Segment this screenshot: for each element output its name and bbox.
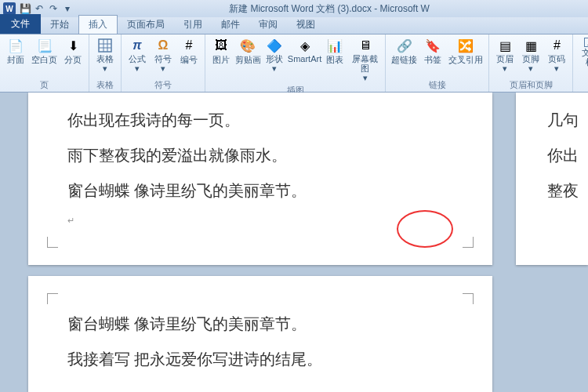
header-icon: ▤: [497, 38, 513, 53]
cover-page-icon: 📄: [8, 38, 24, 53]
group-label-links: 链接: [389, 78, 485, 92]
tab-view[interactable]: 视图: [287, 16, 325, 34]
table-button[interactable]: 表格▾: [93, 36, 118, 74]
save-icon[interactable]: 💾: [19, 2, 31, 15]
hyperlink-icon: 🔗: [397, 38, 412, 53]
page-3[interactable]: 窗台蝴蝶 像诗里纷飞的美丽章节。 我接着写 把永远爱你写进诗的结尾。: [28, 276, 492, 392]
group-text: A文本框▾ A艺 文: [573, 34, 588, 92]
page-2[interactable]: 几句 你出 整夜: [516, 93, 588, 265]
pagenum-button[interactable]: #页码▾: [544, 36, 569, 74]
equation-button[interactable]: π公式▾: [125, 36, 150, 74]
group-label-header-footer: 页眉和页脚: [492, 78, 569, 92]
group-symbols: π公式▾ Ω符号▾ #编号 符号: [122, 34, 205, 92]
doc-text-line[interactable]: 几句: [547, 110, 588, 131]
page-break-icon: ⬇: [65, 38, 81, 53]
number-button[interactable]: #编号: [176, 36, 201, 67]
table-icon: [97, 38, 113, 53]
doc-text-line[interactable]: 我接着写 把永远爱你写进诗的结尾。: [67, 349, 453, 370]
hyperlink-button[interactable]: 🔗超链接: [389, 36, 419, 67]
doc-text-line[interactable]: 整夜: [547, 180, 588, 201]
undo-icon[interactable]: ↶: [33, 2, 45, 15]
margin-corner-icon: [463, 293, 474, 304]
blank-page-button[interactable]: 📃空白页: [29, 36, 60, 67]
cover-page-button[interactable]: 📄封面: [3, 36, 28, 67]
textbox-button[interactable]: A文本框▾: [576, 36, 588, 78]
pagenum-icon: #: [549, 38, 564, 53]
screenshot-icon: 🖥: [358, 38, 373, 53]
quick-access-toolbar: 💾 ↶ ↷ ▾: [19, 2, 74, 15]
smartart-icon: ◈: [297, 38, 313, 53]
group-label-symbols: 符号: [125, 78, 201, 92]
window-title: 新建 Microsoft Word 文档 (3).docx - Microsof…: [74, 2, 585, 16]
page-1[interactable]: 你出现在我诗的每一页。 雨下整夜我的爱溢出就像雨水。 窗台蝴蝶 像诗里纷飞的美丽…: [28, 93, 492, 265]
tab-file[interactable]: 文件: [0, 14, 41, 34]
footer-icon: ▦: [523, 38, 539, 53]
header-button[interactable]: ▤页眉▾: [492, 36, 517, 74]
crossref-icon: 🔀: [458, 38, 474, 53]
group-header-footer: ▤页眉▾ ▦页脚▾ #页码▾ 页眉和页脚: [489, 34, 573, 92]
svg-rect-0: [99, 39, 111, 52]
annotation-circle: [397, 210, 453, 248]
symbol-icon: Ω: [155, 38, 171, 53]
qat-dropdown-icon[interactable]: ▾: [61, 2, 74, 15]
doc-text-line[interactable]: 窗台蝴蝶 像诗里纷飞的美丽章节。: [67, 314, 453, 335]
screenshot-button[interactable]: 🖥屏幕截图▾: [348, 36, 382, 84]
ribbon: 📄封面 📃空白页 ⬇分页 页 表格▾ 表格 π公式▾ Ω符号▾ #编号 符号 🖼…: [0, 34, 588, 93]
shapes-icon: 🔷: [267, 38, 282, 53]
margin-corner-icon: [463, 237, 474, 248]
picture-icon: 🖼: [213, 38, 229, 53]
blank-page-icon: 📃: [37, 38, 53, 53]
document-workspace[interactable]: 你出现在我诗的每一页。 雨下整夜我的爱溢出就像雨水。 窗台蝴蝶 像诗里纷飞的美丽…: [0, 93, 588, 392]
paragraph-mark: ↵: [67, 216, 453, 226]
redo-icon[interactable]: ↷: [47, 2, 60, 15]
equation-icon: π: [129, 38, 145, 53]
ribbon-tabs: 文件 开始 插入 页面布局 引用 邮件 审阅 视图: [0, 17, 588, 34]
word-app-icon: W: [3, 2, 16, 15]
doc-text-line[interactable]: 窗台蝴蝶 像诗里纷飞的美丽章节。: [67, 180, 453, 201]
bookmark-button[interactable]: 🔖书签: [420, 36, 445, 67]
group-links: 🔗超链接 🔖书签 🔀交叉引用 链接: [386, 34, 489, 92]
clipart-button[interactable]: 🎨剪贴画: [234, 36, 261, 67]
group-illustrations: 🖼图片 🎨剪贴画 🔷形状▾ ◈SmartArt 📊图表 🖥屏幕截图▾ 插图: [205, 34, 386, 92]
smartart-button[interactable]: ◈SmartArt: [288, 36, 321, 65]
tab-references[interactable]: 引用: [174, 16, 212, 34]
symbol-button[interactable]: Ω符号▾: [151, 36, 176, 74]
group-label-tables: 表格: [93, 78, 118, 92]
margin-corner-icon: [47, 293, 58, 304]
chart-icon: 📊: [327, 38, 343, 53]
doc-text-line[interactable]: 雨下整夜我的爱溢出就像雨水。: [67, 145, 453, 166]
chart-button[interactable]: 📊图表: [322, 36, 347, 67]
bookmark-icon: 🔖: [425, 38, 441, 53]
tab-insert[interactable]: 插入: [78, 15, 118, 34]
group-pages: 📄封面 📃空白页 ⬇分页 页: [0, 34, 89, 92]
crossref-button[interactable]: 🔀交叉引用: [446, 36, 485, 67]
number-icon: #: [181, 38, 197, 53]
doc-text-line[interactable]: 你出现在我诗的每一页。: [67, 110, 453, 131]
page-break-button[interactable]: ⬇分页: [60, 36, 85, 67]
doc-text-line[interactable]: 你出: [547, 145, 588, 166]
picture-button[interactable]: 🖼图片: [209, 36, 234, 67]
footer-button[interactable]: ▦页脚▾: [518, 36, 543, 74]
group-tables: 表格▾ 表格: [89, 34, 122, 92]
shapes-button[interactable]: 🔷形状▾: [262, 36, 287, 74]
group-label-pages: 页: [3, 78, 85, 92]
tab-page-layout[interactable]: 页面布局: [118, 16, 174, 34]
tab-review[interactable]: 审阅: [249, 16, 287, 34]
tab-mailings[interactable]: 邮件: [212, 16, 249, 34]
textbox-icon: A: [584, 38, 588, 47]
tab-home[interactable]: 开始: [41, 16, 78, 34]
margin-corner-icon: [47, 237, 58, 248]
group-label-text: 文: [576, 78, 588, 92]
clipart-icon: 🎨: [240, 38, 256, 53]
